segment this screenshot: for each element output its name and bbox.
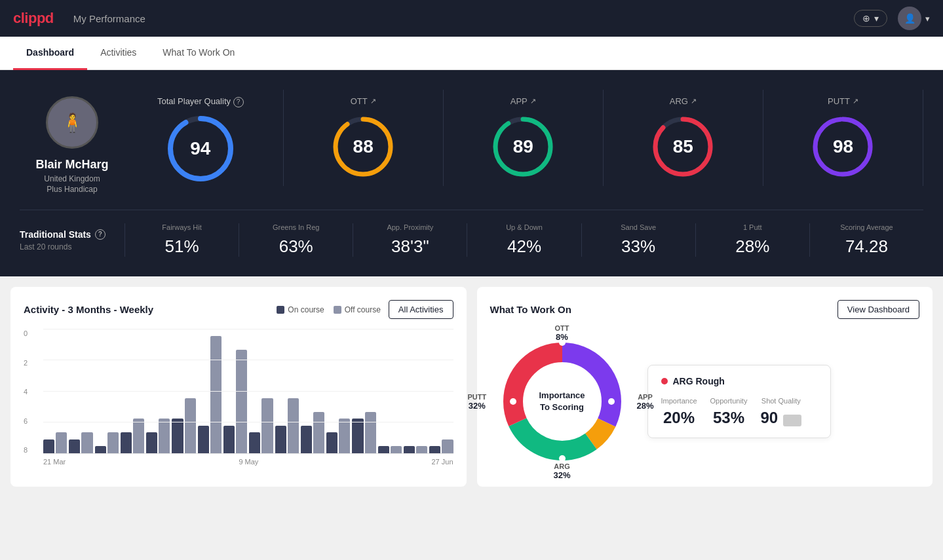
avatar-emoji: 🧍 xyxy=(61,112,84,134)
metric-putt: PUTT ↗ 98 xyxy=(763,90,923,186)
bar-offcourse-4 xyxy=(159,419,170,453)
trad-help-icon[interactable]: ? xyxy=(95,229,106,240)
ott-circle: 88 xyxy=(330,114,396,179)
stat-greens-label: Greens In Reg xyxy=(273,223,320,231)
player-info: 🧍 Blair McHarg United Kingdom Plus Handi… xyxy=(20,90,125,194)
what-panel-title: What To Work On xyxy=(490,304,571,315)
view-dashboard-button[interactable]: View Dashboard xyxy=(837,300,919,319)
bar-offcourse-14 xyxy=(416,446,427,453)
bar-oncourse-9 xyxy=(275,426,286,453)
bar-offcourse-2 xyxy=(107,432,119,453)
bar-group-6 xyxy=(198,336,221,453)
arg-donut-label: ARG 32% xyxy=(553,462,570,480)
y-axis: 8 6 4 2 0 xyxy=(24,329,28,454)
tpq-help-icon[interactable]: ? xyxy=(233,97,244,107)
what-to-work-panel: What To Work On View Dashboard xyxy=(477,287,933,487)
bar-oncourse-4 xyxy=(146,432,157,453)
ott-arrow: ↗ xyxy=(370,97,376,105)
bar-oncourse-8 xyxy=(249,432,260,453)
player-avatar: 🧍 xyxy=(46,96,98,149)
chart-wrapper: 8 6 4 2 0 21 Mar 9 May 27 Jun xyxy=(43,329,453,466)
bar-group-8 xyxy=(249,398,273,453)
activity-panel-title: Activity - 3 Months - Weekly xyxy=(24,304,153,315)
user-avatar-button[interactable]: 👤 ▾ xyxy=(898,7,930,30)
stat-scoring: Scoring Average 74.28 xyxy=(810,223,923,257)
info-card-dot xyxy=(661,378,668,384)
stat-proximity-label: App. Proximity xyxy=(387,223,433,231)
stat-proximity: App. Proximity 38'3" xyxy=(353,223,467,257)
add-button[interactable]: ⊕ ▾ xyxy=(854,10,887,27)
putt-circle: 98 xyxy=(810,114,876,179)
trad-stats-title: Traditional Stats ? xyxy=(20,229,111,240)
stat-updown-value: 42% xyxy=(507,236,541,257)
info-importance: Importance 20% xyxy=(661,397,697,427)
header-actions: ⊕ ▾ 👤 ▾ xyxy=(854,7,930,30)
bar-group-4 xyxy=(146,419,170,453)
svg-point-17 xyxy=(608,398,615,405)
app-header: clippd My Performance ⊕ ▾ 👤 ▾ xyxy=(0,0,943,37)
arg-label: ARG ↗ xyxy=(670,96,697,106)
bar-oncourse-10 xyxy=(301,426,312,453)
bar-group-14 xyxy=(404,446,427,453)
avatar: 👤 xyxy=(898,7,921,30)
bar-offcourse-8 xyxy=(261,398,273,453)
bar-oncourse-13 xyxy=(378,446,389,453)
tpq-value: 94 xyxy=(190,138,210,159)
bar-oncourse-6 xyxy=(198,426,209,453)
donut-chart: ImportanceTo Scoring OTT 8% APP 28% ARG … xyxy=(490,329,634,474)
chart-legend: On course Off course xyxy=(277,305,381,314)
bar-oncourse-0 xyxy=(43,439,54,453)
logo[interactable]: clippd xyxy=(13,10,54,27)
metric-app: APP ↗ 89 xyxy=(444,90,604,186)
bar-oncourse-2 xyxy=(95,446,106,453)
tab-activities[interactable]: Activities xyxy=(87,37,149,70)
grid-line-8 xyxy=(43,329,453,329)
bar-oncourse-1 xyxy=(69,439,80,453)
hero-section: 🧍 Blair McHarg United Kingdom Plus Handi… xyxy=(0,70,943,276)
tpq-block: Total Player Quality ? 94 xyxy=(144,90,263,191)
bar-offcourse-13 xyxy=(391,446,402,453)
arg-arrow: ↗ xyxy=(691,97,697,105)
bar-oncourse-3 xyxy=(121,432,132,453)
bar-oncourse-11 xyxy=(326,432,337,453)
info-opportunity: Opportunity 53% xyxy=(710,397,748,427)
bar-group-11 xyxy=(326,419,350,453)
stat-greens-value: 63% xyxy=(279,236,313,257)
bar-offcourse-15 xyxy=(442,439,453,453)
stat-fairways-label: Fairways Hit xyxy=(162,223,202,231)
tpq-label: Total Player Quality ? xyxy=(157,96,244,107)
arg-rough-card: ARG Rough Importance 20% Opportunity 53%… xyxy=(647,365,831,438)
putt-donut-label: PUTT 32% xyxy=(468,393,487,411)
x-axis-labels: 21 Mar 9 May 27 Jun xyxy=(43,458,453,466)
stat-fairways: Fairways Hit 51% xyxy=(125,223,239,257)
bar-offcourse-1 xyxy=(81,432,92,453)
info-card-title: ARG Rough xyxy=(661,376,817,386)
grid-line-6 xyxy=(43,360,453,360)
bar-oncourse-5 xyxy=(172,419,183,453)
tab-what-to-work-on[interactable]: What To Work On xyxy=(149,37,248,70)
stat-sandsave: Sand Save 33% xyxy=(582,223,696,257)
ott-label: OTT ↗ xyxy=(351,96,376,106)
bar-offcourse-9 xyxy=(288,398,299,453)
bar-group-10 xyxy=(301,412,324,453)
ott-value: 88 xyxy=(353,136,374,157)
bar-group-7 xyxy=(223,350,247,453)
bar-offcourse-0 xyxy=(56,432,67,453)
player-country: United Kingdom xyxy=(44,174,100,183)
traditional-stats: Traditional Stats ? Last 20 rounds Fairw… xyxy=(20,210,923,257)
offcourse-dot xyxy=(334,306,341,314)
nav-tabs: Dashboard Activities What To Work On xyxy=(0,37,943,70)
bottom-panels: Activity - 3 Months - Weekly On course O… xyxy=(0,276,943,497)
all-activities-button[interactable]: All Activities xyxy=(389,300,453,319)
app-circle: 89 xyxy=(490,114,556,179)
activity-panel: Activity - 3 Months - Weekly On course O… xyxy=(10,287,467,487)
bar-group-12 xyxy=(352,412,375,453)
arg-value: 85 xyxy=(673,136,693,157)
bar-oncourse-14 xyxy=(404,446,415,453)
donut-center-label: ImportanceTo Scoring xyxy=(539,390,585,413)
bar-group-1 xyxy=(69,432,92,453)
bar-offcourse-11 xyxy=(339,419,350,453)
app-donut-label: APP 28% xyxy=(636,393,653,411)
stat-sandsave-value: 33% xyxy=(621,236,655,257)
tab-dashboard[interactable]: Dashboard xyxy=(13,37,87,70)
